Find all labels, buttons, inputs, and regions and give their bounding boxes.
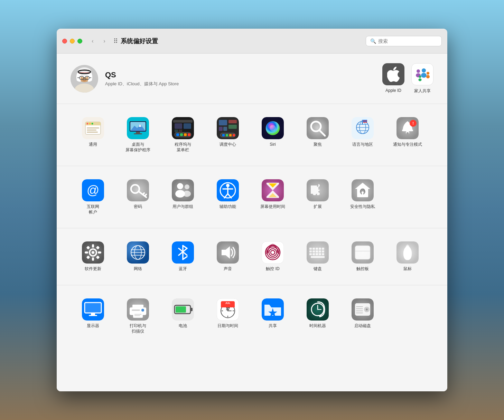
trackpad-icon: [352, 241, 374, 264]
forward-button[interactable]: ›: [100, 36, 109, 46]
close-button[interactable]: [62, 39, 67, 44]
svg-rect-40: [173, 120, 193, 123]
mission-ctrl-label: 调度中心: [220, 142, 236, 147]
pref-extensions[interactable]: 扩展: [295, 174, 340, 220]
desktop-label: 桌面与屏幕保护程序: [125, 142, 150, 153]
family-sharing-label: 家人共享: [414, 88, 431, 94]
apple-id-label: Apple ID: [385, 88, 401, 93]
pref-display[interactable]: 显示器: [71, 294, 115, 339]
search-box[interactable]: 🔍: [366, 36, 442, 46]
sharing-icon: [262, 298, 284, 321]
profile-info: QS Apple ID、iCloud、媒体与 App Store: [105, 70, 382, 87]
svg-rect-166: [89, 315, 97, 316]
svg-rect-87: [127, 179, 149, 201]
svg-rect-55: [223, 127, 227, 131]
svg-rect-43: [180, 133, 183, 136]
svg-rect-156: [322, 253, 324, 255]
avatar: [71, 65, 98, 93]
svg-text:17: 17: [226, 307, 230, 311]
svg-rect-177: [190, 308, 193, 311]
svg-rect-154: [316, 253, 318, 255]
svg-point-171: [141, 309, 144, 312]
pref-datetime[interactable]: JUL 17 日期与时间: [205, 294, 250, 339]
svg-point-99: [226, 184, 230, 187]
pref-mouse[interactable]: 鼠标: [385, 237, 430, 277]
system-preferences-window: ‹ › ⠿ 系统偏好设置 🔍: [57, 29, 447, 391]
svg-rect-145: [319, 248, 321, 250]
svg-rect-169: [132, 305, 143, 309]
pref-internet[interactable]: @ 互联网帐户: [71, 174, 115, 220]
keyboard-label: 键盘: [314, 266, 322, 272]
pref-network[interactable]: 网络: [115, 237, 160, 277]
timemachine-label: 时间机器: [309, 323, 326, 329]
spotlight-icon: [307, 117, 329, 139]
pref-desktop[interactable]: 桌面与屏幕保护程序: [115, 112, 160, 158]
profile-section: QS Apple ID、iCloud、媒体与 App Store Apple I…: [57, 54, 447, 104]
svg-line-90: [143, 193, 144, 194]
pref-general[interactable]: 通用: [71, 112, 115, 158]
svg-rect-157: [311, 256, 325, 258]
back-button[interactable]: ‹: [88, 36, 97, 46]
network-icon: [127, 241, 149, 264]
svg-rect-159: [355, 246, 370, 259]
family-sharing-action[interactable]: 家人共享: [411, 63, 433, 94]
traffic-lights: [62, 39, 82, 44]
pref-language[interactable]: 语言与地区: [340, 112, 385, 158]
svg-rect-148: [312, 250, 315, 252]
svg-rect-149: [316, 250, 318, 252]
apple-id-action[interactable]: Apple ID: [382, 63, 404, 94]
notifications-icon: !: [396, 117, 419, 139]
pref-security[interactable]: 安全性与隐私: [340, 174, 385, 220]
pref-users[interactable]: 用户与群组: [160, 174, 205, 220]
timemachine-icon: [307, 298, 329, 321]
nav-buttons: ‹ ›: [88, 36, 109, 46]
pref-sharing[interactable]: 共享: [250, 294, 295, 339]
pref-bluetooth[interactable]: 蓝牙: [160, 237, 205, 277]
datetime-icon: JUL 17: [217, 298, 239, 321]
pref-timemachine[interactable]: 时间机器: [295, 294, 340, 339]
profile-name: QS: [105, 70, 382, 79]
pref-screentime[interactable]: 屏幕使用时间: [250, 174, 295, 220]
pref-accessibility[interactable]: 辅助功能: [205, 174, 250, 220]
pref-battery[interactable]: 电池: [160, 294, 205, 339]
users-icon: [172, 179, 194, 201]
passwords-label: 密码: [134, 204, 142, 210]
svg-rect-42: [176, 133, 179, 136]
pref-trackpad[interactable]: 触控板: [340, 237, 385, 277]
pref-passwords[interactable]: 密码: [115, 174, 160, 220]
pref-software[interactable]: 软件更新: [71, 237, 115, 277]
spotlight-label: 聚焦: [314, 142, 322, 147]
svg-rect-164: [85, 303, 101, 312]
icon-grid-row3: 软件更新: [71, 237, 433, 277]
pref-keyboard[interactable]: 键盘: [295, 237, 340, 277]
software-label: 软件更新: [85, 266, 101, 272]
pref-dock[interactable]: 程序坞与菜单栏: [160, 112, 205, 158]
search-input[interactable]: [378, 38, 437, 44]
battery-icon: [172, 298, 194, 321]
svg-rect-46: [175, 123, 182, 129]
maximize-button[interactable]: [77, 39, 82, 44]
touchid-label: 触控 ID: [266, 266, 279, 272]
pref-siri[interactable]: Siri: [250, 112, 295, 158]
svg-point-93: [177, 183, 183, 189]
svg-rect-51: [219, 120, 227, 125]
siri-label: Siri: [270, 142, 276, 147]
svg-rect-77: [363, 121, 367, 121]
pref-sound[interactable]: 声音: [205, 237, 250, 277]
svg-rect-47: [184, 123, 191, 129]
pref-startup[interactable]: 启动磁盘: [340, 294, 385, 339]
pref-notifications[interactable]: ! 通知与专注模式: [385, 112, 430, 158]
svg-rect-92: [172, 179, 194, 201]
profile-subtitle: Apple ID、iCloud、媒体与 App Store: [105, 81, 382, 87]
pref-spotlight[interactable]: 聚焦: [295, 112, 340, 158]
pref-mission-ctrl[interactable]: 调度中心: [205, 112, 250, 158]
pref-printer[interactable]: 打印机与扫描仪: [115, 294, 160, 339]
apple-id-icon: [382, 63, 404, 85]
siri-icon: [262, 117, 284, 139]
svg-rect-49: [179, 130, 182, 132]
pref-touchid[interactable]: 触控 ID: [250, 237, 295, 277]
dock-label: 程序坞与菜单栏: [175, 142, 191, 153]
minimize-button[interactable]: [70, 39, 75, 44]
svg-rect-52: [228, 120, 237, 123]
svg-rect-150: [319, 250, 321, 252]
